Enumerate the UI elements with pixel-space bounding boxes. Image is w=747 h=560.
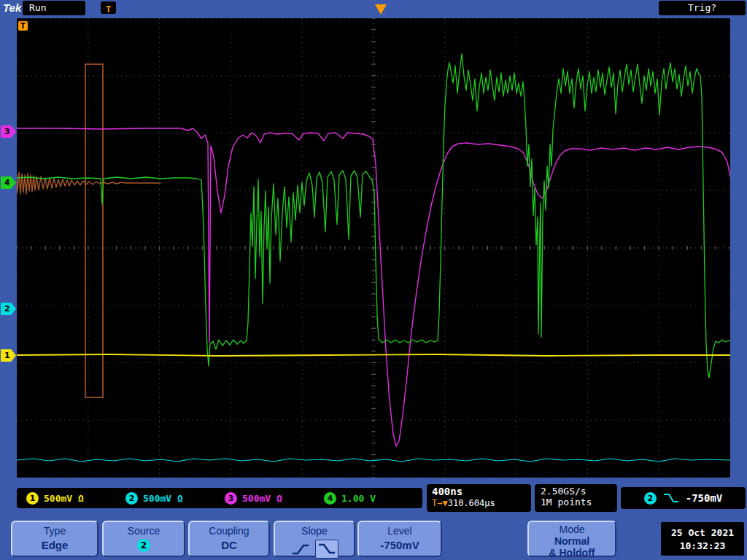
source-button[interactable]: Source 2 — [102, 521, 185, 557]
ch4-badge-icon: 4 — [324, 492, 336, 505]
ch1-badge-icon: 1 — [26, 492, 39, 505]
ch4-position-marker[interactable]: 4 — [1, 176, 16, 189]
ch2-scale: 500mV Ω — [143, 493, 183, 504]
ch2-readout: 2 500mV Ω — [125, 492, 215, 505]
acquisition-status-label: Run — [29, 2, 46, 13]
ch4-readout: 4 1.00 V — [324, 492, 414, 505]
source-channel-badge-icon: 2 — [137, 539, 150, 552]
acquisition-readout: 2.50GS/s 1M points — [535, 484, 617, 512]
date: 25 Oct 2021 — [671, 527, 734, 538]
ch2-badge-icon: 2 — [125, 492, 138, 505]
zoom-bracket — [85, 64, 103, 397]
mode-value-line2: & Holdoff — [529, 548, 615, 559]
trigger-status-label: Trig? — [688, 2, 716, 13]
rising-slope-icon[interactable] — [291, 542, 310, 556]
acquisition-status: Run — [23, 1, 85, 15]
trigger-source-badge-icon: 2 — [644, 492, 657, 505]
trigger-left-marker: T — [18, 21, 28, 31]
trigger-level-value: -750mV — [686, 492, 723, 504]
ch4-trace — [17, 54, 730, 378]
trigger-position-icon: T→▼ — [432, 498, 448, 508]
mode-title: Mode — [529, 524, 615, 535]
mode-button[interactable]: Mode Normal & Holdoff — [527, 521, 616, 557]
trigger-position-marker-icon[interactable] — [375, 4, 387, 15]
trigger-bookmark-icon: T — [101, 1, 116, 14]
falling-slope-icon — [317, 541, 336, 556]
trigger-readout: 2 -750mV — [621, 487, 746, 509]
coupling-title: Coupling — [190, 525, 268, 537]
source-title: Source — [104, 525, 184, 537]
falling-slope-icon — [663, 492, 679, 504]
time: 10:32:23 — [680, 540, 726, 551]
ch1-readout: 1 500mV Ω — [26, 492, 116, 505]
type-title: Type — [12, 525, 97, 537]
ch3-position-marker[interactable]: 3 — [1, 125, 16, 138]
coupling-button[interactable]: Coupling DC — [188, 521, 270, 557]
top-status-bar: Tek Run T Trig? — [0, 0, 747, 17]
level-button[interactable]: Level -750mV — [357, 521, 442, 557]
type-value: Edge — [12, 539, 97, 551]
trigger-t-icon: T — [106, 4, 111, 15]
ch3-trace — [17, 128, 730, 446]
trigger-status: Trig? — [659, 1, 746, 15]
ch3-badge-icon: 3 — [225, 492, 237, 505]
sample-rate: 2.50GS/s — [541, 486, 611, 497]
timebase-position: T→▼310.604µs — [432, 498, 526, 508]
level-value: -750mV — [359, 539, 441, 551]
falling-slope-selected[interactable] — [315, 540, 338, 559]
datetime-display: 25 Oct 2021 10:32:23 — [661, 522, 744, 556]
waveform-display: T — [17, 18, 730, 478]
channel-readouts: 1 500mV Ω 2 500mV Ω 3 500mV Ω 4 1.00 V — [17, 488, 422, 508]
mode-value-line1: Normal — [529, 536, 615, 547]
record-length: 1M points — [541, 497, 611, 508]
ch3-scale: 500mV Ω — [242, 493, 282, 504]
graticule — [17, 18, 730, 478]
slope-button[interactable]: Slope — [274, 521, 355, 557]
coupling-value: DC — [190, 539, 268, 551]
ch1-position-marker[interactable]: 1 — [1, 349, 16, 362]
ch3-readout: 3 500mV Ω — [225, 492, 314, 505]
type-button[interactable]: Type Edge — [11, 521, 98, 557]
ch2-position-marker[interactable]: 2 — [1, 303, 16, 315]
ch4-scale: 1.00 V — [341, 493, 376, 504]
level-title: Level — [359, 525, 441, 537]
timebase-readout: 400ns T→▼310.604µs — [427, 484, 531, 512]
slope-title: Slope — [275, 525, 354, 537]
timebase-scale: 400ns — [432, 486, 526, 497]
tek-logo: Tek — [3, 1, 21, 14]
ch1-scale: 500mV Ω — [44, 493, 84, 504]
